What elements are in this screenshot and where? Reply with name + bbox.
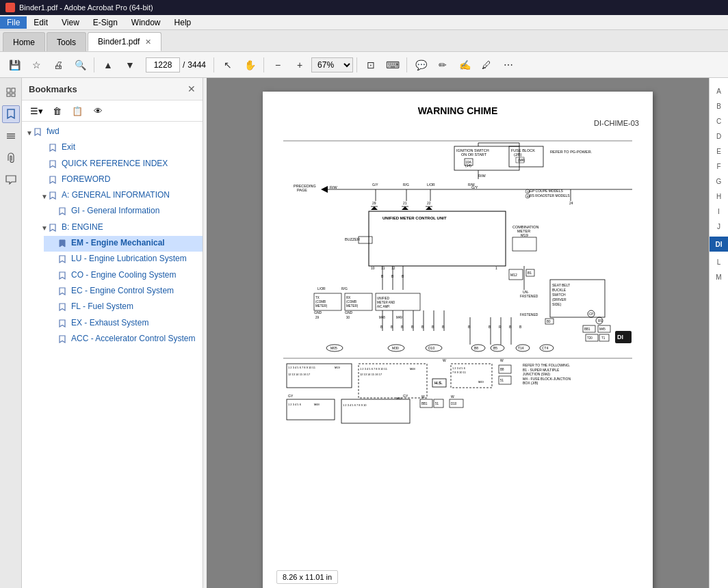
bookmark-em[interactable]: EM - Engine Mechanical [44,236,203,252]
svg-text:M49: M49 [478,380,484,384]
menu-view[interactable]: View [55,16,86,29]
bookmark-em-icon [59,239,68,250]
index-e[interactable]: E [710,144,728,159]
menu-window[interactable]: Window [125,16,168,29]
toolbar-separator-4 [356,57,357,72]
pdf-viewer[interactable]: WARNING CHIME DI-CHIME-03 IGNITION SWITC… [207,78,709,588]
page-separator: / [183,60,185,70]
menu-edit[interactable]: Edit [27,16,55,29]
svg-text:B: B [411,325,414,329]
svg-text:T14: T14 [518,346,524,350]
comments-icon[interactable] [2,171,20,189]
index-l[interactable]: L [710,254,728,269]
em-label: EM - Engine Mechanical [71,238,165,249]
bookmark-menu-button[interactable]: ☰▾ [27,103,45,118]
sign-button[interactable]: ✍ [454,55,475,75]
index-m[interactable]: M [710,269,728,284]
bookmark-qr-icon [49,160,59,170]
sidebar-toolbar: ☰▾ 🗑 📋 👁 [22,101,203,122]
svg-text:T20: T20 [587,336,593,340]
menu-file[interactable]: File [0,16,27,29]
engine-children: EM - Engine Mechanical LU - Engine Lubri… [34,236,203,347]
bookmark-quick-ref[interactable]: QUICK REFERENCE INDEX [34,157,203,172]
svg-text:M19: M19 [521,233,528,237]
index-di[interactable]: DI [710,237,728,252]
svg-text:M12: M12 [510,273,517,277]
attachments-icon[interactable] [2,149,20,167]
svg-text:H.S.: H.S. [434,381,443,385]
layers-icon[interactable] [2,127,20,145]
zoom-in-button[interactable]: + [289,55,310,75]
index-i[interactable]: I [710,204,728,219]
bookmark-foreword[interactable]: FOREWORD [34,172,203,188]
bookmark-general-info[interactable]: ▼ A: GENERAL INFORMATION [34,188,203,204]
bookmark-gi-general[interactable]: GI - General Information [44,204,203,219]
title-bar-text: Binder1.pdf - Adobe Acrobat Pro (64-bit) [19,3,153,12]
svg-text:12: 12 [391,266,395,270]
no-expand-gi [49,207,59,217]
index-a[interactable]: A [710,83,728,98]
bookmark-fw-icon [49,176,59,186]
page-number-input[interactable] [146,57,180,72]
print-button[interactable]: 🖨 [48,55,68,75]
bookmark-acc[interactable]: ACC - Accelerator Control System [44,332,203,347]
highlight-button[interactable]: ✏ [432,55,453,75]
comment-button[interactable]: 💬 [411,55,431,75]
svg-text:(M4): (M4) [518,158,525,162]
stamp-button[interactable]: 🖊 [476,55,497,75]
tab-tools[interactable]: Tools [47,32,86,51]
bookmarks-panel-icon[interactable] [2,105,20,123]
bookmark-ex[interactable]: EX - Exhaust System [44,316,203,332]
menu-esign[interactable]: E-Sign [86,16,125,29]
svg-text:M05: M05 [330,346,337,350]
tab-home[interactable]: Home [3,32,45,51]
expand-fwd-icon[interactable]: ▼ [25,128,34,137]
zoom-select[interactable]: 67% 50% 75% 100% 125% 150% [311,57,353,72]
delete-bookmark-button[interactable]: 🗑 [48,103,66,118]
bookmark-fl[interactable]: FL - Fuel System [44,299,203,315]
index-c[interactable]: C [710,113,728,129]
svg-text:22: 22 [427,201,431,205]
expand-gi-icon[interactable]: ▼ [40,191,49,201]
svg-text:UNIFIED METER CONTROL UNIT: UNIFIED METER CONTROL UNIT [382,216,447,220]
svg-rect-56 [512,237,536,251]
menu-help[interactable]: Help [168,16,198,29]
bookmark-fwd[interactable]: ▼ fwd [22,124,203,140]
bookmark-lu[interactable]: LU - Engine Lubrication System [44,252,203,267]
bookmark-ec[interactable]: EC - Engine Control System [44,284,203,299]
new-bookmark-button[interactable]: 📋 [68,103,86,118]
bookmark-engine[interactable]: ▼ B: ENGINE [34,220,203,236]
bookmark-acc-icon [59,335,68,345]
index-b[interactable]: B [710,98,728,113]
index-f[interactable]: F [710,159,728,174]
svg-text:M19: M19 [335,366,341,369]
keyboard-button[interactable]: ⌨ [382,55,403,75]
cursor-button[interactable]: ↖ [218,55,238,75]
fit-page-button[interactable]: ⊡ [361,55,381,75]
reduce-button[interactable]: 🔍 [70,55,90,75]
page-thumbnails-icon[interactable] [2,83,20,101]
no-expand-em [49,239,59,249]
properties-bookmark-button[interactable]: 👁 [89,103,107,118]
zoom-out-button[interactable]: − [268,55,288,75]
bookmark-exit[interactable]: Exit [34,140,203,156]
svg-text:R/G: R/G [341,286,348,291]
next-page-button[interactable]: ▼ [120,55,140,75]
save-button[interactable]: 💾 [4,55,25,75]
prev-page-button[interactable]: ▲ [98,55,118,75]
fl-label: FL - Fuel System [71,302,133,312]
tab-binder1[interactable]: Binder1.pdf ✕ [88,32,161,51]
bookmark-co[interactable]: CO - Engine Cooling System [44,268,203,284]
index-g[interactable]: G [710,174,728,189]
svg-text:B: B [519,325,522,329]
index-j[interactable]: J [710,219,728,234]
svg-text:ON OR START: ON OR START [461,152,487,157]
index-d[interactable]: D [710,129,728,144]
more-button[interactable]: ⋯ [498,55,519,75]
hand-button[interactable]: ✋ [239,55,260,75]
close-tab-icon[interactable]: ✕ [145,38,151,46]
expand-engine-icon[interactable]: ▼ [40,224,49,233]
index-h[interactable]: H [710,189,728,204]
close-sidebar-icon[interactable]: ✕ [187,83,196,94]
bookmark-button[interactable]: ☆ [26,55,47,75]
